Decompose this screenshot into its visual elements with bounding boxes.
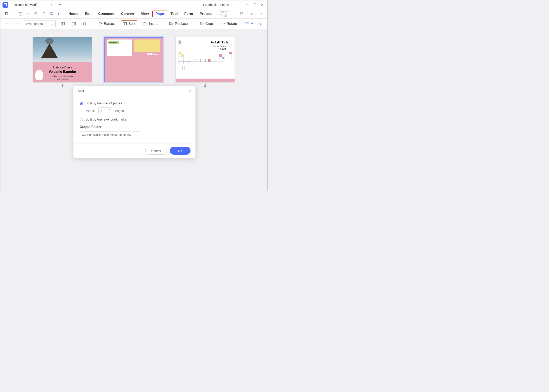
svg-rect-58 <box>198 59 201 62</box>
file-menu[interactable]: File <box>3 12 12 16</box>
delete-page-icon[interactable] <box>82 21 87 26</box>
svg-rect-66 <box>218 59 220 62</box>
zoom-out-button[interactable]: − <box>4 21 10 27</box>
login-link[interactable]: Log In <box>220 3 229 7</box>
dialog-close-icon[interactable]: × <box>189 89 191 93</box>
search-tools[interactable]: Search Tools <box>216 10 235 18</box>
undo-icon[interactable] <box>34 11 38 16</box>
ok-button[interactable]: OK <box>170 147 191 155</box>
svg-rect-45 <box>220 57 222 59</box>
svg-rect-92 <box>191 68 193 70</box>
thumb2-materials: Materials: <box>108 41 119 44</box>
titlebar: science-copy.pdf × + Feedback Log In ⋮ <box>0 0 267 9</box>
menu-convert[interactable]: Convert <box>118 11 138 17</box>
svg-rect-34 <box>178 54 181 57</box>
menubar: File | ▾ HomeEditCommentConvertViewPageT… <box>0 9 267 19</box>
replace-button[interactable]: Replace <box>167 21 190 27</box>
split-icon <box>123 22 127 26</box>
redo-icon[interactable] <box>42 11 46 16</box>
page-thumb-3[interactable]: Periodic Table Chemical Formula H-O-O-H <box>176 37 235 82</box>
svg-rect-43 <box>181 57 184 59</box>
svg-rect-13 <box>63 22 64 25</box>
more-icon <box>245 22 249 26</box>
per-file-label: Per file <box>86 109 96 112</box>
split-label: Split <box>128 22 135 26</box>
svg-rect-84 <box>203 66 205 68</box>
cancel-button[interactable]: Cancel <box>145 147 167 155</box>
page-filter-select[interactable]: Even pages ⌄ <box>24 20 56 27</box>
svg-rect-50 <box>178 59 181 62</box>
page-layout-right-icon[interactable] <box>71 21 76 26</box>
svg-rect-55 <box>191 59 193 62</box>
crop-button[interactable]: Crop <box>198 21 215 27</box>
page-thumb-1[interactable]: Science Class Volcanic Experim Willow Cr… <box>33 37 92 82</box>
close-tab-icon[interactable]: × <box>50 3 52 7</box>
rotate-button[interactable]: Rotate <box>219 21 239 27</box>
svg-rect-98 <box>203 68 205 70</box>
svg-rect-22 <box>125 22 126 25</box>
thumb3-sub: Chemical Formula <box>213 45 226 47</box>
close-window-icon[interactable] <box>260 3 264 7</box>
radio-split-by-pages[interactable]: Split by number of pages <box>80 102 189 105</box>
maximize-icon[interactable] <box>253 3 257 7</box>
radio-pages-label: Split by number of pages <box>86 102 122 105</box>
pages-suffix-label: Pages <box>115 109 124 112</box>
extract-button[interactable]: Extract <box>96 21 117 27</box>
print-icon[interactable] <box>49 11 53 16</box>
svg-rect-80 <box>195 66 197 68</box>
svg-rect-37 <box>220 54 222 57</box>
page-filter-value: Even pages <box>26 22 43 25</box>
output-folder-label: Output Folder <box>80 125 189 129</box>
per-file-value: 2 <box>99 107 108 114</box>
menu-protect[interactable]: Protect <box>196 11 215 17</box>
svg-rect-65 <box>215 59 218 62</box>
thumb3-title: Periodic Table <box>211 41 228 44</box>
output-path-input[interactable]: C:\Users\Geili\Desktop\PDFelement\Sp <box>80 131 131 138</box>
stepper-down-icon[interactable]: ▼ <box>108 111 112 114</box>
share-icon[interactable] <box>240 11 244 16</box>
output-path-value: C:\Users\Geili\Desktop\PDFelement\Sp <box>82 133 131 136</box>
crop-label: Crop <box>205 22 213 26</box>
menu-comment[interactable]: Comment <box>95 11 118 17</box>
menu-tool[interactable]: Tool <box>167 11 181 17</box>
chevron-right-icon: › <box>260 22 261 25</box>
page-toolbar: − + Even pages ⌄ Extract Split Insert ⌄ … <box>0 19 267 29</box>
minimize-icon[interactable] <box>246 3 249 7</box>
svg-rect-68 <box>178 62 181 64</box>
stepper-up-icon[interactable]: ▲ <box>108 107 112 111</box>
thumb3-formula: H-O-O-H <box>218 48 226 50</box>
svg-rect-47 <box>224 57 227 59</box>
page-layout-left-icon[interactable] <box>61 21 65 26</box>
search-tools-placeholder: Search Tools <box>220 10 235 18</box>
menu-page[interactable]: Page <box>152 11 167 17</box>
collapse-ribbon-icon[interactable] <box>259 11 263 16</box>
menu-form[interactable]: Form <box>181 11 197 17</box>
insert-button[interactable]: Insert ⌄ <box>141 21 164 27</box>
save-icon[interactable] <box>19 11 23 16</box>
new-tab-button[interactable]: + <box>59 2 61 7</box>
page-number-3: 3 <box>204 84 206 88</box>
browse-folder-button[interactable]: ⋯ <box>133 131 140 138</box>
svg-rect-83 <box>201 66 203 68</box>
split-button[interactable]: Split <box>121 21 137 27</box>
more-button[interactable]: More › <box>243 21 263 27</box>
cloud-icon[interactable] <box>250 11 253 16</box>
page-thumb-2[interactable]: Materials: BOOooo <box>104 37 163 82</box>
menu-edit[interactable]: Edit <box>81 11 95 17</box>
svg-rect-72 <box>188 62 191 64</box>
page-number-1: 1 <box>61 84 63 88</box>
feedback-link[interactable]: Feedback <box>203 3 217 7</box>
more-menu-icon[interactable]: ⋮ <box>233 3 236 7</box>
quick-access-dropdown-icon[interactable]: ▾ <box>56 11 61 16</box>
menu-view[interactable]: View <box>138 11 152 17</box>
radio-split-by-bookmarks[interactable]: Split by top level bookmarks <box>80 118 189 121</box>
zoom-in-button[interactable]: + <box>14 21 20 27</box>
svg-rect-79 <box>193 66 195 68</box>
svg-rect-12 <box>61 22 63 25</box>
mail-icon[interactable] <box>26 11 31 16</box>
svg-rect-75 <box>185 66 187 68</box>
svg-rect-54 <box>188 59 191 62</box>
document-tab[interactable]: science-copy.pdf × <box>10 0 56 9</box>
menu-home[interactable]: Home <box>65 11 81 17</box>
per-file-input[interactable]: 2 ▲ ▼ <box>99 107 112 114</box>
